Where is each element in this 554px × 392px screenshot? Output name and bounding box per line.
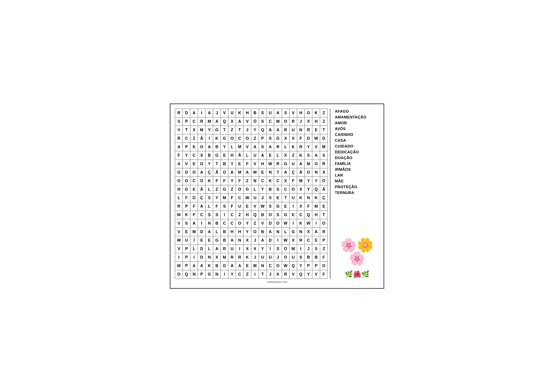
cell-12-12: O (266, 210, 274, 219)
cell-7-2: O (190, 168, 198, 176)
cell-13-12: D (266, 219, 274, 228)
cell-16-11: Y (259, 245, 266, 253)
cell-18-17: P (305, 261, 312, 270)
cell-16-13: S (274, 245, 282, 253)
cell-4-19: M (320, 143, 327, 151)
cell-4-12: A (266, 143, 274, 151)
cell-9-12: B (266, 185, 274, 194)
cell-19-7: Y (228, 270, 236, 279)
cell-9-16: X (297, 185, 305, 194)
cell-7-6: O (221, 168, 228, 176)
cell-1-15: R (289, 117, 297, 126)
cell-13-6: C (221, 219, 228, 228)
cell-9-0: H (175, 185, 183, 194)
cell-15-6: B (221, 236, 228, 245)
cell-15-14: W (282, 236, 289, 245)
cell-15-1: U (183, 236, 190, 245)
cell-14-9: Y (243, 228, 251, 236)
word-list-item: AMOR (335, 120, 379, 126)
cell-8-13: C (274, 176, 282, 185)
cell-10-6: M (221, 194, 228, 202)
cell-18-16: Y (297, 261, 305, 270)
cell-8-15: F (289, 176, 297, 185)
cell-9-14: C (282, 185, 289, 194)
cell-14-1: E (183, 228, 190, 236)
cell-0-14: S (282, 109, 289, 117)
sidebar: AFAGOAMAMENTAÇÃOAMORAVÓSCARINHOCASACUIDA… (330, 109, 379, 279)
cell-8-7: Y (228, 176, 236, 185)
cell-16-19: Z (320, 245, 327, 253)
cell-7-11: E (259, 168, 266, 176)
cell-15-2: Í (190, 236, 198, 245)
cell-7-4: Ç (206, 168, 213, 176)
cell-10-7: F (228, 194, 236, 202)
cell-19-8: C (236, 270, 243, 279)
word-list-item: DOAÇÃO (335, 155, 379, 161)
cell-3-11: P (259, 134, 266, 143)
cell-11-8: U (236, 202, 243, 210)
cell-9-10: L (251, 185, 259, 194)
cell-3-1: C (183, 134, 190, 143)
cell-0-8: K (236, 109, 243, 117)
cell-4-11: S (259, 143, 266, 151)
cell-9-3: Ã (198, 185, 206, 194)
cell-13-2: A (190, 219, 198, 228)
cell-2-14: R (282, 126, 289, 134)
cell-15-8: N (236, 236, 243, 245)
cell-13-8: O (236, 219, 243, 228)
cell-14-7: H (228, 228, 236, 236)
cell-18-12: C (266, 261, 274, 270)
cell-15-17: C (305, 236, 312, 245)
cell-12-18: H (312, 210, 320, 219)
cell-14-17: X (305, 228, 312, 236)
word-list-item: MÃE (335, 178, 379, 184)
cell-3-14: X (282, 134, 289, 143)
site-url: soatividades.com (267, 280, 288, 284)
cell-5-14: X (282, 151, 289, 160)
cell-18-9: E (243, 261, 251, 270)
cell-7-12: N (266, 168, 274, 176)
cell-11-11: W (259, 202, 266, 210)
cell-14-16: N (297, 228, 305, 236)
cell-3-19: D (320, 134, 327, 143)
cell-4-2: K (190, 143, 198, 151)
cell-17-19: F (320, 253, 327, 261)
cell-10-0: L (175, 194, 183, 202)
cell-9-4: L (206, 185, 213, 194)
cell-15-0: W (175, 236, 183, 245)
cell-0-11: S (259, 109, 266, 117)
cell-12-13: S (274, 210, 282, 219)
cell-5-16: K (297, 151, 305, 160)
cell-3-18: W (312, 134, 320, 143)
cell-15-7: A (228, 236, 236, 245)
flower-decoration: 🌸🌼🌸 🌿🌺🌿 (335, 238, 379, 279)
cell-10-17: N (305, 194, 312, 202)
cell-4-0: A (175, 143, 183, 151)
cell-19-6: I (221, 270, 228, 279)
cell-19-14: R (282, 270, 289, 279)
cell-6-15: U (289, 160, 297, 168)
word-list-item: DEDICAÇÃO (335, 149, 379, 155)
cell-19-16: Q (297, 270, 305, 279)
cell-13-11: V (259, 219, 266, 228)
cell-1-11: S (259, 117, 266, 126)
cell-11-0: R (175, 202, 183, 210)
cell-8-17: Y (305, 176, 312, 185)
cell-4-1: P (183, 143, 190, 151)
cell-18-14: W (282, 261, 289, 270)
cell-0-7: U (228, 109, 236, 117)
cell-13-16: K (297, 219, 305, 228)
cell-15-15: X (289, 236, 297, 245)
cell-0-0: R (175, 109, 183, 117)
cell-2-13: A (274, 126, 282, 134)
cell-17-9: K (243, 253, 251, 261)
cell-15-12: D (266, 236, 274, 245)
cell-12-17: Q (305, 210, 312, 219)
cell-8-5: F (213, 176, 221, 185)
cell-19-0: O (175, 270, 183, 279)
cell-14-6: B (221, 228, 228, 236)
cell-6-9: F (243, 160, 251, 168)
cell-9-11: Y (259, 185, 266, 194)
cell-8-1: O (183, 176, 190, 185)
cell-6-14: G (282, 160, 289, 168)
